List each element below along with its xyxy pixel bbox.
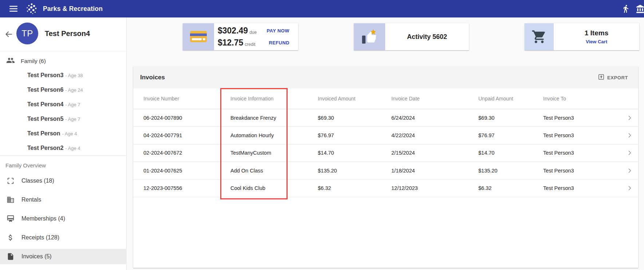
cell-invoice-date: 1/18/2024 [381,168,468,174]
dots-logo [25,3,38,15]
family-member-item[interactable]: Test Person4 - Age 7 [0,97,127,112]
row-chevron[interactable] [617,132,638,139]
top-navbar: Parks & Recreation [0,0,644,17]
pay-now-button[interactable]: PAY NOW [266,27,289,34]
sidebar-item-label: Receipts (128) [21,234,59,241]
thumb-up-star-icon [354,23,385,50]
person-walking-icon[interactable] [621,4,630,15]
chevron-right-icon [626,184,633,192]
family-member-item[interactable]: Test Person3 - Age 38 [0,68,127,83]
due-label: due [249,30,257,35]
sidebar-item-classes[interactable]: Classes (18) [0,173,127,188]
family-section-label: Family (6) [21,58,46,64]
shopping-cart-icon [525,23,554,50]
cell-invoiced-amount: $135.20 [308,168,381,174]
cell-invoice-to: Test Person3 [533,132,617,138]
cell-unpaid-amount: $14.70 [468,150,533,156]
profile-header: TP Test Person4 [0,17,126,51]
invoices-panel-header: Invoices EXPORT [133,67,638,88]
cell-invoice-date: 12/12/2023 [381,185,468,191]
cell-invoice-number: 06-2024-007890 [133,115,220,121]
column-header-invoice-date: Invoice Date [381,96,468,102]
family-members: Test Person3 - Age 38 Test Person6 - Age… [0,68,127,155]
family-member-item[interactable]: Test Person5 - Age 7 [0,112,127,126]
cell-invoice-date: 2/15/2024 [381,150,468,156]
cell-invoice-number: 12-2023-007556 [133,185,220,191]
column-header-invoice-number: Invoice Number [133,96,220,102]
cart-body: 1 Items View Cart [554,23,639,50]
cell-invoice-date: 6/24/2024 [381,115,468,121]
cell-invoice-information: Cool Kids Club [220,185,308,191]
family-member-age: - Age 38 [65,73,83,78]
cell-invoiced-amount: $14.70 [308,150,381,156]
family-member-item[interactable]: Test Person - Age 4 [0,126,127,141]
document-icon [6,253,15,261]
cell-invoice-information: Breakdance Frenzy [220,115,308,121]
membership-icon [6,215,15,223]
cell-invoice-to: Test Person3 [533,150,617,156]
cell-invoiced-amount: $6.32 [308,185,381,191]
family-member-age: - Age 24 [65,87,83,93]
family-member-name: Test Person5 [27,116,63,122]
cell-invoice-to: Test Person3 [533,168,617,174]
family-member-name: Test Person6 [27,87,63,93]
sidebar: TP Test Person4 Family (6) Test Person3 … [0,17,127,270]
cell-invoice-number: 04-2024-007791 [133,132,220,138]
row-chevron[interactable] [617,167,638,174]
sidebar-item-invoices[interactable]: Invoices (5) [0,249,127,264]
back-arrow-icon[interactable] [4,29,14,39]
table-row[interactable]: 06-2024-007890 Breakdance Frenzy $69.30 … [133,109,638,127]
column-header-invoice-information: Invoice Information [220,96,308,102]
column-header-unpaid-amount: Unpaid Amount [468,96,533,102]
activity-label: Activity 5602 [407,33,447,41]
family-member-item[interactable]: Test Person6 - Age 24 [0,83,127,97]
hamburger-menu-icon[interactable] [9,4,18,13]
sidebar-item-label: Classes (18) [21,178,54,184]
cell-invoiced-amount: $76.97 [308,132,381,138]
credit-label: credit [245,42,255,47]
family-member-name: Test Person2 [27,145,63,151]
export-button[interactable]: EXPORT [597,72,629,83]
invoices-title: Invoices [140,74,165,81]
family-member-age: - Age 4 [62,131,77,136]
refund-button[interactable]: REFUND [269,39,289,46]
credit-amount: $12.75 [218,38,243,48]
cell-invoice-number: 01-2024-007625 [133,168,220,174]
row-chevron[interactable] [617,184,638,192]
table-row[interactable]: 02-2024-007672 TestManyCustom $14.70 2/1… [133,144,638,162]
row-chevron[interactable] [617,114,638,122]
cell-invoice-date: 4/22/2024 [381,132,468,138]
dollar-icon [6,234,15,242]
family-member-age: - Age 7 [65,102,80,107]
cell-invoiced-amount: $69.30 [308,115,381,121]
cell-unpaid-amount: $69.30 [468,115,533,121]
sidebar-item-label: Rentals [21,196,41,203]
family-member-item[interactable]: Test Person2 - Age 4 [0,141,127,155]
family-section-header[interactable]: Family (6) [0,55,127,67]
cell-unpaid-amount: $76.97 [468,132,533,138]
sidebar-item-receipts[interactable]: Receipts (128) [0,230,127,245]
family-member-name: Test Person4 [27,101,63,108]
activity-body: Activity 5602 [385,23,469,50]
table-header-row: Invoice Number Invoice Information Invoi… [133,88,638,109]
table-row[interactable]: 12-2023-007556 Cool Kids Club $6.32 12/1… [133,180,638,197]
profile-name: Test Person4 [45,29,90,38]
family-member-age: - Age 7 [65,116,80,122]
cart-count: 1 Items [585,29,608,37]
sidebar-item-memberships[interactable]: Memberships (4) [0,211,127,226]
cell-unpaid-amount: $6.32 [468,185,533,191]
cell-invoice-information: Automation Hourly [220,132,308,138]
sidebar-item-label: Invoices (5) [21,253,52,260]
sidebar-item-rentals[interactable]: Rentals [0,192,127,207]
table-row[interactable]: 04-2024-007791 Automation Hourly $76.97 … [133,127,638,144]
sidebar-item-label: Memberships (4) [21,215,65,222]
app-title: Parks & Recreation [43,5,103,13]
chevron-right-icon [626,167,633,174]
government-building-icon[interactable] [636,4,644,15]
view-cart-button[interactable]: View Cart [586,39,607,44]
sidebar-divider [0,155,127,156]
row-chevron[interactable] [617,149,638,156]
table-row[interactable]: 01-2024-007625 Add On Class $135.20 1/18… [133,162,638,179]
avatar: TP [16,23,38,44]
cart-card: 1 Items View Cart [525,23,639,50]
